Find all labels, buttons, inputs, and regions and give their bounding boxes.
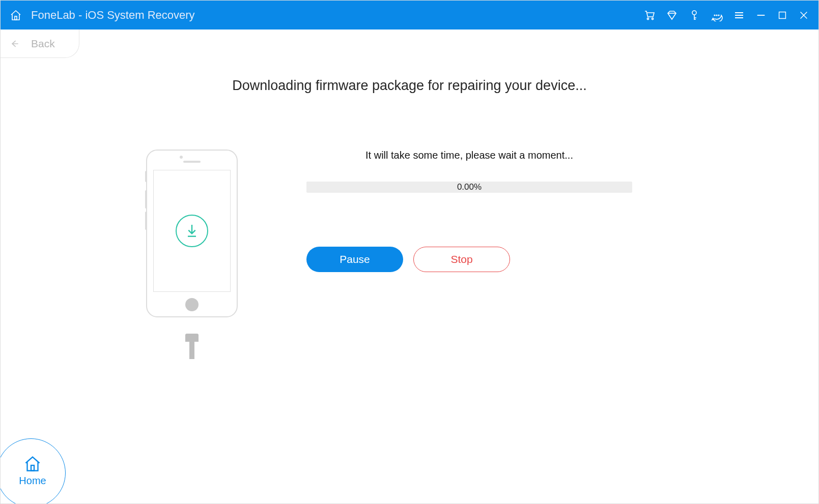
- svg-point-1: [647, 18, 648, 19]
- progress-value: 0.00%: [457, 182, 482, 192]
- stop-button[interactable]: Stop: [413, 247, 510, 272]
- wait-message: It will take some time, please wait a mo…: [306, 150, 632, 161]
- close-button[interactable]: [798, 10, 809, 21]
- svg-point-3: [692, 11, 696, 15]
- chat-icon[interactable]: [711, 9, 723, 21]
- svg-point-2: [652, 18, 653, 19]
- home-icon[interactable]: [10, 9, 22, 21]
- svg-point-6: [718, 15, 719, 16]
- key-icon[interactable]: [688, 9, 700, 21]
- svg-rect-7: [779, 12, 786, 18]
- maximize-button[interactable]: [777, 10, 788, 21]
- svg-rect-8: [31, 465, 34, 471]
- back-button[interactable]: Back: [1, 29, 79, 58]
- home-button[interactable]: Home: [0, 438, 66, 504]
- pause-button[interactable]: Pause: [306, 247, 403, 272]
- app-title: FoneLab - iOS System Recovery: [31, 9, 195, 22]
- page-heading: Downloading firmware package for repairi…: [1, 78, 818, 94]
- minimize-button[interactable]: [755, 10, 767, 21]
- titlebar: FoneLab - iOS System Recovery: [1, 1, 818, 29]
- menu-icon[interactable]: [733, 9, 745, 21]
- home-circle-icon: [23, 455, 42, 473]
- home-label: Home: [19, 475, 46, 487]
- back-label: Back: [31, 38, 55, 50]
- svg-rect-0: [15, 16, 17, 20]
- svg-point-4: [714, 15, 715, 16]
- diamond-icon[interactable]: [666, 9, 678, 21]
- content-area: Downloading firmware package for repairi…: [1, 29, 818, 338]
- device-illustration: [146, 150, 238, 338]
- back-arrow-icon: [10, 39, 20, 49]
- download-icon: [176, 215, 208, 247]
- cart-icon[interactable]: [643, 9, 656, 21]
- svg-point-5: [716, 15, 717, 16]
- progress-bar: 0.00%: [306, 182, 632, 193]
